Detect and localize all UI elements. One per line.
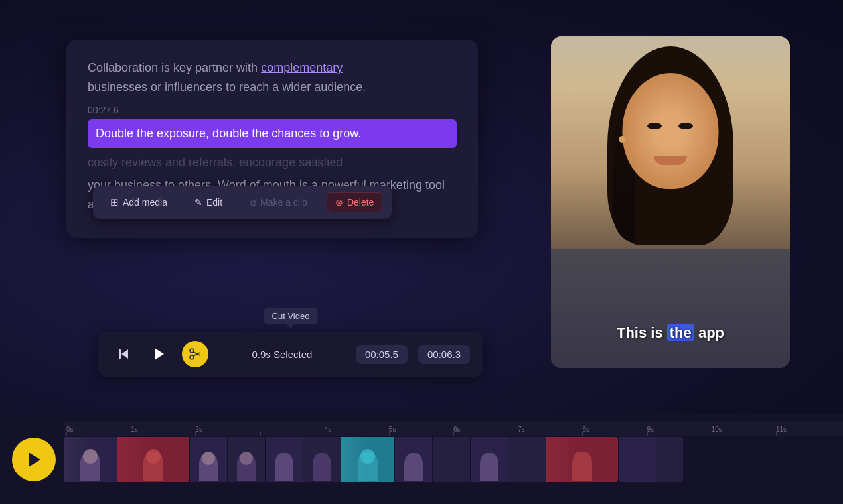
ruler-mark-9s: 9s <box>647 426 712 433</box>
add-media-icon: ⊞ <box>110 196 119 208</box>
menu-divider-3 <box>321 194 321 210</box>
transcript-text-1a: Collaboration is key partner with <box>88 61 258 74</box>
delete-icon: ⊗ <box>335 197 343 208</box>
selected-duration-label: 0.9s Selected <box>219 349 345 360</box>
ruler-mark-0s: 0s <box>66 426 131 433</box>
frame-segment-normal-9[interactable] <box>508 437 546 482</box>
play-icon <box>151 347 166 361</box>
frame-segment-cyan[interactable] <box>341 437 394 482</box>
timeline-area: 0s 1s 2s 4s 5s 6s 7s 8s 9s 10s 11s <box>0 414 843 504</box>
skip-back-icon <box>117 347 130 361</box>
frame-segment-normal-7[interactable] <box>433 437 470 482</box>
timeline-frames-row[interactable] <box>64 436 843 483</box>
ruler-mark-2s: 2s <box>195 426 260 433</box>
timeline-ruler: 0s 1s 2s 4s 5s 6s 7s 8s 9s 10s 11s <box>64 421 843 436</box>
transcript-timestamp: 00:27.6 <box>88 105 457 115</box>
frame-segment-normal-2[interactable] <box>190 437 227 482</box>
delete-button[interactable]: ⊗ Delete <box>327 192 382 212</box>
ruler-mark-4s: 4s <box>325 426 389 433</box>
frame-segment-normal-1[interactable] <box>64 437 117 482</box>
frame-segment-red-1[interactable] <box>117 437 189 482</box>
ruler-mark-6s: 6s <box>453 426 518 433</box>
timeline-play-button[interactable] <box>12 438 56 481</box>
svg-point-3 <box>190 349 194 353</box>
transcript-text-1b: businesses or influencers to reach a wid… <box>88 80 366 94</box>
svg-rect-0 <box>119 349 121 359</box>
skip-back-button[interactable] <box>112 342 135 366</box>
frame-segment-normal-6[interactable] <box>395 437 432 482</box>
video-subtitle: This is the app <box>551 324 790 342</box>
ruler-marks-container: 0s 1s 2s 4s 5s 6s 7s 8s 9s 10s 11s <box>64 421 843 433</box>
edit-button[interactable]: ✎ Edit <box>187 193 230 212</box>
svg-point-4 <box>190 355 194 359</box>
make-clip-button: ⧉ Make a clip <box>242 193 315 212</box>
menu-divider-1 <box>181 194 181 210</box>
svg-marker-1 <box>121 349 128 359</box>
cut-button[interactable] <box>182 341 208 367</box>
video-content: This is the app <box>551 36 790 368</box>
add-media-button[interactable]: ⊞ Add media <box>102 192 175 212</box>
transcript-link[interactable]: complementary <box>261 61 343 74</box>
transcript-paragraph-1: Collaboration is key partner with comple… <box>88 58 457 97</box>
frame-segment-red-2[interactable] <box>546 437 618 482</box>
make-clip-icon: ⧉ <box>250 197 256 208</box>
ruler-mark-10s: 10s <box>712 426 776 433</box>
svg-marker-7 <box>29 452 40 467</box>
playback-controls: Cut Video 0.9s Selected 00:05.5 00:06.3 <box>98 332 483 377</box>
svg-marker-2 <box>155 348 164 360</box>
frame-segment-normal-10[interactable] <box>619 437 656 482</box>
subtitle-highlight-word: the <box>667 324 694 341</box>
subtitle-text-before: This is <box>617 324 667 341</box>
transcript-fade-text: costly reviews and referrals, encourage … <box>88 153 457 172</box>
timeline-track[interactable]: 0s 1s 2s 4s 5s 6s 7s 8s 9s 10s 11s <box>64 421 843 497</box>
play-button[interactable] <box>146 342 171 367</box>
frame-segment-normal-11[interactable] <box>656 437 683 482</box>
time-start-display: 00:05.5 <box>356 345 408 364</box>
edit-icon: ✎ <box>194 197 202 208</box>
cut-video-tooltip: Cut Video <box>264 308 318 324</box>
ruler-mark-7s: 7s <box>518 426 582 433</box>
frame-segment-normal-3[interactable] <box>228 437 265 482</box>
frame-segment-normal-5[interactable] <box>303 437 341 482</box>
frame-segment-normal-8[interactable] <box>471 437 508 482</box>
time-end-display: 00:06.3 <box>418 345 470 364</box>
frame-segment-normal-4[interactable] <box>266 437 303 482</box>
menu-divider-2 <box>236 194 236 210</box>
context-menu: ⊞ Add media ✎ Edit ⧉ Make a clip ⊗ Delet… <box>93 186 392 219</box>
timeline-play-icon <box>25 450 43 469</box>
ruler-mark-5s: 5s <box>389 426 453 433</box>
ruler-mark-11s: 11s <box>776 426 840 433</box>
cut-icon <box>189 347 202 361</box>
video-panel: This is the app <box>551 36 790 368</box>
ruler-mark-8s: 8s <box>582 426 647 433</box>
ruler-mark-1s: 1s <box>131 426 195 433</box>
subtitle-text-after: app <box>694 324 724 341</box>
transcript-highlighted[interactable]: Double the exposure, double the chances … <box>88 119 457 148</box>
